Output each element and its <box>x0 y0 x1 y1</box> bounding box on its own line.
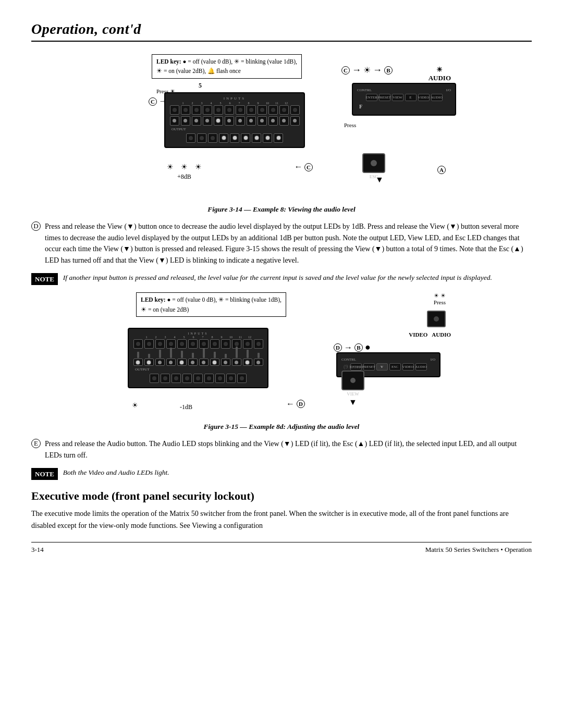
para-d: D Press and release the View (▼) button … <box>31 221 532 266</box>
page-footer: 3-14 Matrix 50 Series Switchers • Operat… <box>31 542 532 554</box>
led-legend-1-item3: = on (value 2dB), <box>164 68 206 74</box>
down-arrow-a: ▼ <box>375 175 384 184</box>
output-sun-icons: ☀☀☀ <box>167 163 202 171</box>
section-heading: Executive mode (front panel security loc… <box>31 489 532 503</box>
inputs-label-1: INPUTS <box>224 96 246 101</box>
e-btn-area <box>427 311 446 328</box>
led-legend-1-item1: = off (value 0 dB), <box>188 58 232 65</box>
note-2-text: Both the Video and Audio LEDs light. <box>63 467 169 478</box>
led-legend-1-item2: = blinking (value 1dB), <box>241 58 297 65</box>
note-2-label: NOTE <box>31 468 58 480</box>
page-title: Operation, cont'd <box>31 21 532 38</box>
figure-14-caption: Figure 3-14 — Example 8: Viewing the aud… <box>31 205 532 214</box>
led-legend-2: LED key: ● = off (value 0 dB), ✳ = blink… <box>136 292 286 317</box>
title-rule <box>31 41 532 42</box>
plus8db-label: +8dB <box>177 173 191 181</box>
input-row-3 <box>133 339 263 349</box>
output-label-2: OUTPUT <box>135 367 263 372</box>
annot-d-bottom: ← D <box>286 399 305 409</box>
led-legend-2-item1: = off (value 0 dB), <box>172 297 217 303</box>
led-legend-2-item3: = on (value 2dB) <box>148 306 189 313</box>
view-label: VIEW <box>341 391 364 397</box>
video-audio-labels: VIDEO AUDIO <box>409 331 451 338</box>
note-1: NOTE If another input button is pressed … <box>31 273 532 286</box>
led-legend-1-title: LED key: <box>156 58 181 65</box>
para-e: E Press and release the Audio button. Th… <box>31 438 532 461</box>
sun-bottom-2: ☀ <box>132 401 138 410</box>
small-btn-row-1: ENTER PRESET VIEW E VIDEO AUDIO <box>357 94 451 101</box>
note-1-label: NOTE <box>31 273 58 286</box>
press-f-label: Press <box>344 122 356 128</box>
para-d-text: Press and release the View (▼) button on… <box>45 221 532 266</box>
led-legend-2-item2: = blinking (value 1dB), <box>225 297 282 303</box>
figure-15-caption: Figure 3-15 — Example 8d: Adjusting the … <box>31 423 532 431</box>
marker-e: E <box>31 439 41 448</box>
ctrl-panel-1: CONTRL I/O ENTER PRESET VIEW E VIDEO AUD… <box>352 83 456 116</box>
label-5: 5 <box>199 82 202 90</box>
view-section: (9 times) VIEW ▼ <box>341 364 364 407</box>
annot-c-bottom: ← C <box>295 162 313 171</box>
switcher-panel-1: INPUTS 1 2 3 4 5 6 7 8 9 10 11 <box>164 92 305 148</box>
esc-btn <box>362 153 385 173</box>
note-2: NOTE Both the Video and Audio LEDs light… <box>31 467 532 480</box>
minus1db-label: -1dB <box>180 403 192 411</box>
note-1-text: If another input button is pressed and r… <box>63 273 492 283</box>
output-row-2 <box>133 374 263 383</box>
footer-left: 3-14 <box>31 546 44 554</box>
footer-right: Matrix 50 Series Switchers • Operation <box>425 546 532 554</box>
marker-d: D <box>31 221 41 231</box>
view-down-arrow: ▼ <box>341 398 364 407</box>
input-row-4 <box>133 350 263 366</box>
view-btn <box>341 371 364 390</box>
output-label-1: OUTPUT <box>169 127 300 131</box>
input-row-1 <box>169 105 300 115</box>
press-e-top: ☀ ☀ Press <box>434 292 446 305</box>
para-e-text: Press and release the Audio button. The … <box>45 438 532 461</box>
figure-15-diagram: LED key: ● = off (value 0 dB), ✳ = blink… <box>31 292 532 417</box>
output-row-1 <box>169 133 300 143</box>
led-legend-2-title: LED key: <box>141 297 166 303</box>
led-legend-1-item4: flash once <box>216 68 241 74</box>
annot-a: A <box>437 166 446 174</box>
figure-14-diagram: LED key: ● = off (value 0 dB), ✳ = blink… <box>31 54 532 200</box>
input-row-2 <box>169 116 300 126</box>
switcher-panel-2: INPUTS 1 2 3 4 5 6 7 8 9 10 11 12 <box>128 328 268 388</box>
led-legend-1: LED key: ● = off (value 0 dB), ✳ = blink… <box>152 54 302 79</box>
annot-c-arrow-b: C → ☀ → B <box>341 65 393 76</box>
audio-label-right: ☀ AUDIO <box>429 66 451 82</box>
section-body: The executive mode limits the operation … <box>31 508 532 532</box>
annot-d-b: D → B ● <box>334 342 371 353</box>
